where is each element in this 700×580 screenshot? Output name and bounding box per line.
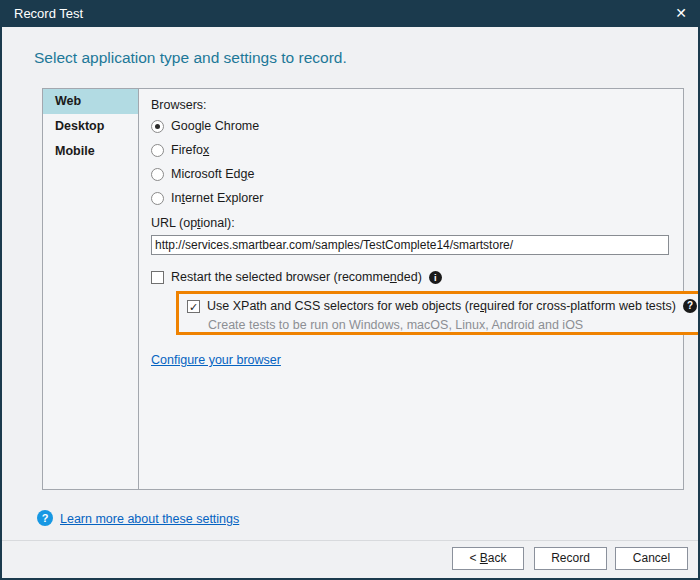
checkbox-checked-icon: ✓	[187, 300, 200, 313]
dialog-heading: Select application type and settings to …	[34, 49, 347, 67]
record-test-dialog: Record Test ✕ Select application type an…	[0, 0, 700, 580]
radio-button-icon	[151, 192, 164, 205]
radio-google-chrome[interactable]: Google Chrome	[151, 119, 259, 133]
restart-browser-checkbox[interactable]: Restart the selected browser (recommende…	[151, 270, 442, 284]
help-icon[interactable]: ?	[683, 299, 697, 313]
radio-label: Firefox	[171, 143, 209, 157]
radio-button-icon	[151, 144, 164, 157]
checkbox-icon	[151, 271, 164, 284]
footer-help-icon[interactable]: ?	[37, 510, 53, 526]
sidebar-item-mobile[interactable]: Mobile	[43, 139, 138, 164]
cancel-button[interactable]: Cancel	[615, 547, 688, 570]
checkbox-label: Use XPath and CSS selectors for web obje…	[207, 299, 676, 313]
url-input[interactable]	[151, 235, 669, 255]
back-button[interactable]: < Back	[452, 547, 524, 570]
window-title: Record Test	[14, 0, 83, 27]
xpath-highlight-box: ✓ Use XPath and CSS selectors for web ob…	[176, 291, 700, 335]
web-settings-content: Browsers: Google Chrome Firefox Microsof…	[140, 89, 683, 489]
radio-selected-dot	[155, 124, 160, 129]
radio-microsoft-edge[interactable]: Microsoft Edge	[151, 167, 254, 181]
sidebar-item-desktop[interactable]: Desktop	[43, 114, 138, 139]
titlebar: Record Test ✕	[0, 0, 700, 27]
radio-label: Google Chrome	[171, 119, 259, 133]
radio-label: Microsoft Edge	[171, 167, 254, 181]
checkbox-label: Restart the selected browser (recommende…	[171, 270, 422, 284]
info-icon[interactable]: i	[429, 271, 442, 284]
xpath-selectors-checkbox[interactable]: ✓ Use XPath and CSS selectors for web ob…	[187, 299, 697, 313]
footer-separator	[2, 540, 698, 541]
radio-internet-explorer[interactable]: Internet Explorer	[151, 191, 263, 205]
browsers-label: Browsers:	[151, 98, 207, 112]
learn-more-link[interactable]: Learn more about these settings	[60, 512, 239, 526]
sidebar: Web Desktop Mobile	[43, 89, 139, 489]
radio-button-icon	[151, 168, 164, 181]
radio-firefox[interactable]: Firefox	[151, 143, 209, 157]
xpath-checkbox-subtext: Create tests to be run on Windows, macOS…	[208, 318, 583, 332]
radio-label: Internet Explorer	[171, 191, 263, 205]
close-icon[interactable]: ✕	[668, 0, 694, 27]
url-label: URL (optional):	[151, 216, 235, 230]
settings-panel: Web Desktop Mobile Browsers: Google Chro…	[42, 88, 684, 490]
record-button[interactable]: Record	[534, 547, 607, 570]
sidebar-item-web[interactable]: Web	[43, 89, 138, 114]
radio-button-icon	[151, 120, 164, 133]
configure-browser-link[interactable]: Configure your browser	[151, 353, 281, 367]
